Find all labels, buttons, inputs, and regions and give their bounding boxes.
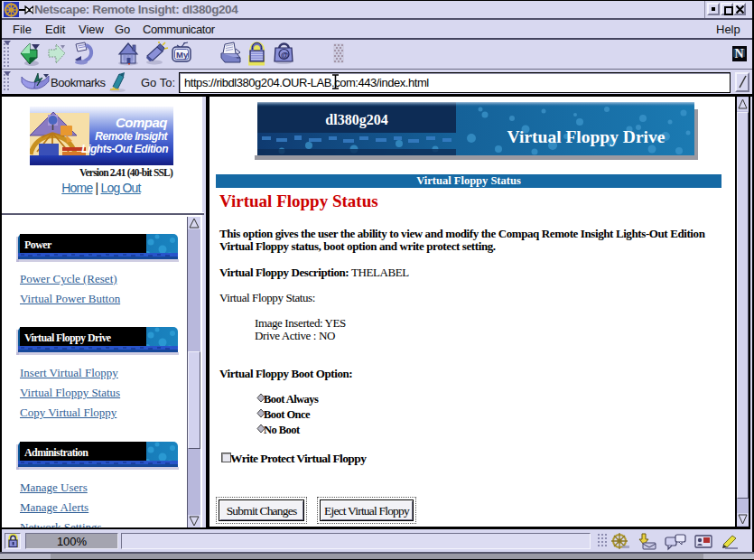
svg-text:My: My	[176, 50, 189, 60]
svg-text:Lights-Out Edition: Lights-Out Edition	[81, 143, 168, 155]
svg-text:@: @	[281, 51, 289, 60]
svg-text:Administration: Administration	[24, 446, 88, 459]
svg-text:Compaq: Compaq	[116, 115, 167, 130]
svg-text:Virtual Floppy Drive: Virtual Floppy Drive	[507, 127, 666, 146]
svg-text:N: N	[735, 47, 744, 61]
svg-text:dl380g204: dl380g204	[325, 112, 387, 128]
svg-text:Power: Power	[24, 238, 52, 251]
svg-text:Virtual Floppy Drive: Virtual Floppy Drive	[24, 331, 112, 344]
svg-text:Remote Insight: Remote Insight	[95, 130, 168, 143]
